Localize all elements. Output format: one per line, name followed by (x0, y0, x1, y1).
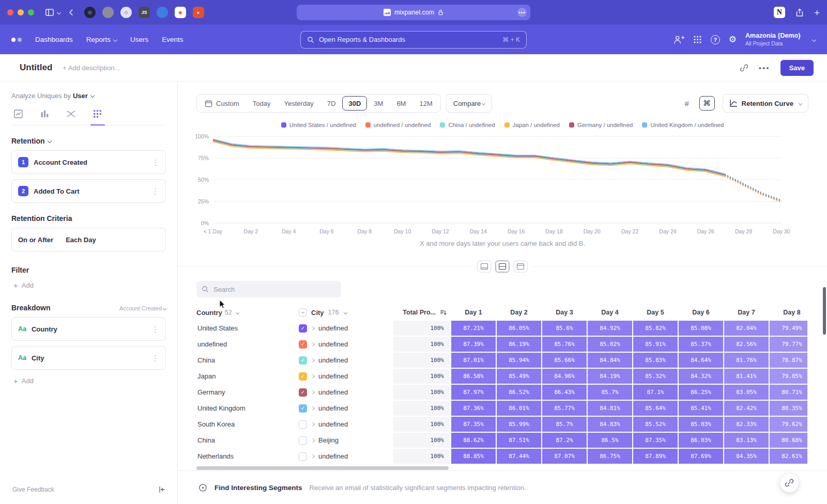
retention-value-cell[interactable]: 86.75% (588, 449, 632, 464)
retention-value-cell[interactable]: 85.37% (679, 337, 723, 352)
view-split-button[interactable] (496, 261, 510, 273)
url-bar[interactable]: mixpanel.com ••• (297, 5, 530, 20)
retention-value-cell[interactable]: 85.49% (497, 369, 541, 384)
notion-extension-icon[interactable]: N (774, 7, 785, 18)
date-range-7d[interactable]: 7D (320, 94, 343, 112)
vertical-scrollbar[interactable] (823, 287, 826, 335)
back-button[interactable] (67, 8, 75, 17)
date-range-6m[interactable]: 6M (390, 94, 412, 112)
retention-value-cell[interactable]: 81.41% (724, 369, 769, 384)
chevron-down-icon[interactable] (57, 10, 61, 14)
retention-value-cell[interactable]: 85.02% (588, 337, 632, 352)
retention-value-cell[interactable]: 84.35% (724, 449, 769, 464)
extension-icon[interactable] (157, 7, 168, 18)
retention-value-cell[interactable]: 86.5% (588, 433, 632, 448)
extension-icon[interactable]: ◎ (84, 7, 96, 18)
retention-value-cell[interactable]: 87.2% (542, 433, 587, 448)
column-header-day[interactable]: Day 8 (769, 309, 807, 316)
retention-value-cell[interactable]: 84.32% (679, 369, 723, 384)
retention-value-cell[interactable]: 87.39% (451, 337, 496, 352)
retention-value-cell[interactable]: 80.71% (770, 385, 807, 400)
apps-grid-icon[interactable] (693, 35, 702, 44)
value-format-number-toggle[interactable]: # (679, 96, 695, 111)
criteria-each-day[interactable]: Each Day (66, 236, 96, 244)
horizontal-scrollbar[interactable] (196, 466, 449, 470)
minimize-window-button[interactable] (18, 9, 24, 15)
url-more-button[interactable]: ••• (517, 8, 527, 17)
retention-value-cell[interactable]: 85.76% (542, 337, 587, 352)
add-description[interactable]: + Add description... (63, 64, 120, 72)
legend-item[interactable]: United Kingdom / undefined (642, 122, 724, 128)
retention-value-cell[interactable]: 87.01% (451, 353, 496, 368)
column-header-day[interactable]: Day 2 (496, 309, 542, 316)
table-search-input[interactable]: Search (196, 281, 341, 297)
retention-step[interactable]: 1Account Created⋮ (11, 150, 166, 174)
legend-item[interactable]: China / undefined (440, 122, 495, 128)
retention-value-cell[interactable]: 83.05% (724, 385, 769, 400)
retention-value-cell[interactable]: 82.56% (724, 337, 769, 352)
retention-value-cell[interactable]: 85.66% (542, 353, 587, 368)
retention-criteria-card[interactable]: On or After Each Day (11, 228, 166, 251)
view-chart-only-button[interactable] (478, 261, 492, 273)
retention-value-cell[interactable]: 82.04% (724, 321, 769, 336)
row-checkbox[interactable]: ✓ (299, 324, 307, 333)
retention-value-cell[interactable]: 79.77% (770, 337, 807, 352)
retention-value-cell[interactable]: 87.44% (497, 449, 541, 464)
retention-value-cell[interactable]: 85.77% (542, 401, 587, 416)
column-header-day[interactable]: Day 1 (451, 309, 496, 316)
row-checkbox[interactable]: ✓ (299, 372, 307, 381)
retention-value-cell[interactable]: 84.92% (588, 321, 632, 336)
expand-chevron-icon[interactable] (311, 406, 315, 410)
retention-value-cell[interactable]: 87.89% (633, 449, 678, 464)
criteria-on-or-after[interactable]: On or After (18, 236, 53, 244)
retention-line-chart[interactable]: 0%25%50%75%100%< 1 DayDay 2Day 4Day 6Day… (189, 130, 799, 239)
retention-value-cell[interactable]: 83.13% (724, 433, 769, 448)
zoom-window-button[interactable] (28, 9, 34, 15)
retention-value-cell[interactable]: 87.21% (451, 321, 496, 336)
column-header-city[interactable]: – City176 (295, 308, 393, 317)
column-header-day[interactable]: Day 5 (633, 309, 678, 316)
retention-value-cell[interactable]: 86.05% (497, 321, 541, 336)
segments-title[interactable]: Find Interesting Segments (215, 484, 302, 492)
column-header-country[interactable]: Country52 (196, 309, 295, 317)
row-checkbox[interactable]: ✓ (299, 388, 307, 397)
invite-user-icon[interactable] (673, 35, 684, 44)
give-feedback-link[interactable]: Give Feedback (12, 486, 54, 493)
add-breakdown-button[interactable]: +Add (11, 377, 166, 385)
compare-button[interactable]: Compare (446, 94, 492, 113)
retention-value-cell[interactable]: 82.33% (724, 417, 769, 432)
extension-icon[interactable] (102, 7, 114, 18)
retention-value-cell[interactable]: 85.83% (633, 353, 678, 368)
share-link-button[interactable] (779, 473, 799, 493)
retention-value-cell[interactable]: 85.7% (542, 417, 587, 432)
breakdown-item[interactable]: AaCity⋮ (11, 346, 166, 370)
legend-item[interactable]: undefined / undefined (365, 122, 431, 128)
retention-value-cell[interactable]: 79.62% (770, 417, 807, 432)
new-tab-icon[interactable]: + (814, 8, 820, 18)
retention-value-cell[interactable]: 87.35% (633, 433, 678, 448)
browser-sidebar-icon[interactable] (45, 8, 60, 17)
date-range-12m[interactable]: 12M (412, 94, 439, 112)
retention-value-cell[interactable]: 81.76% (724, 353, 769, 368)
kebab-menu-icon[interactable]: ⋮ (151, 325, 159, 333)
legend-item[interactable]: United States / undefined (281, 122, 356, 128)
retention-value-cell[interactable]: 84.96% (542, 369, 587, 384)
tab-retention[interactable] (93, 109, 102, 119)
legend-item[interactable]: Germany / undefined (569, 122, 633, 128)
retention-value-cell[interactable]: 84.19% (588, 369, 632, 384)
expand-chevron-icon[interactable] (311, 390, 315, 394)
nav-item-users[interactable]: Users (130, 36, 148, 43)
nav-item-events[interactable]: Events (162, 36, 183, 43)
retention-value-cell[interactable]: 85.91% (633, 337, 678, 352)
retention-value-cell[interactable]: 87.07% (542, 449, 587, 464)
expand-chevron-icon[interactable] (311, 358, 315, 362)
expand-chevron-icon[interactable] (311, 342, 315, 346)
retention-value-cell[interactable]: 86.58% (451, 369, 496, 384)
select-all-checkbox[interactable]: – (299, 308, 307, 317)
column-header-day[interactable]: Day 6 (678, 309, 724, 316)
retention-value-cell[interactable]: 85.99% (497, 417, 541, 432)
share-icon[interactable] (795, 8, 804, 17)
retention-value-cell[interactable]: 85.94% (497, 353, 541, 368)
nav-item-reports[interactable]: Reports (86, 36, 117, 43)
more-options-icon[interactable]: ••• (759, 64, 770, 72)
